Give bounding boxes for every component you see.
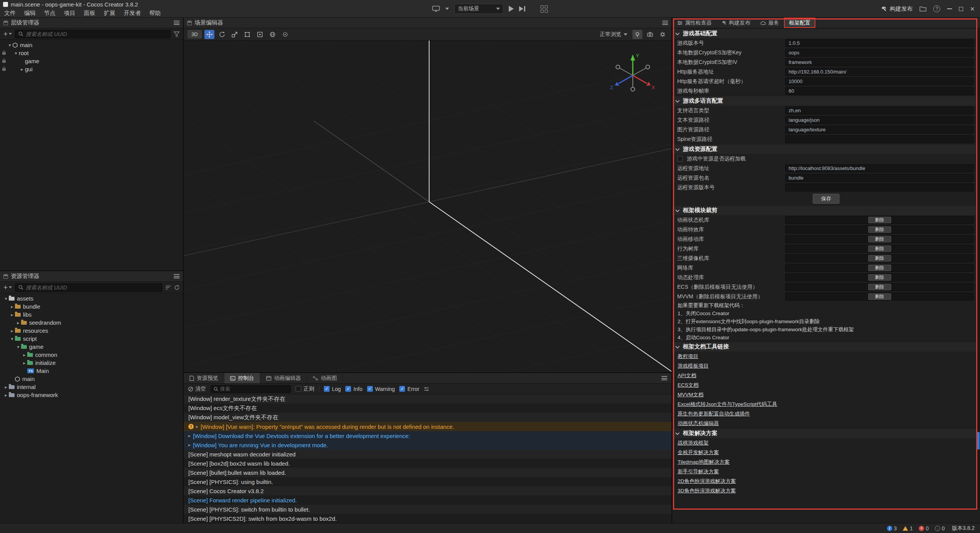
language-types-input[interactable]	[785, 106, 974, 114]
link-mvvm-docs[interactable]: MVVM文档	[672, 390, 980, 399]
expand-arrow-icon[interactable]	[21, 352, 27, 358]
tab-property-inspector[interactable]: 属性检查器	[672, 18, 717, 28]
delete-button[interactable]: 删除	[868, 245, 891, 252]
help-icon[interactable]	[933, 5, 940, 12]
hierarchy-search-input[interactable]	[26, 31, 167, 37]
info-counter[interactable]: 3	[887, 525, 897, 531]
text-path-input[interactable]	[785, 116, 974, 124]
section-game-basic[interactable]: 游戏基础配置	[672, 28, 980, 38]
info-checkbox[interactable]	[345, 386, 351, 392]
console-menu-icon[interactable]	[662, 376, 667, 380]
asset-node-main-ts[interactable]: TS Main	[0, 367, 183, 375]
section-modules[interactable]: 框架模块裁剪	[672, 205, 980, 215]
filter-log[interactable]: Log	[324, 386, 341, 392]
asset-node-internal[interactable]: internal	[0, 383, 183, 391]
regex-checkbox[interactable]	[296, 386, 301, 392]
expand-arrow-icon[interactable]	[9, 336, 15, 342]
expand-arrow-icon[interactable]	[15, 344, 21, 350]
lock-icon[interactable]	[2, 52, 6, 55]
asset-node-bundle[interactable]: bundle	[0, 302, 183, 311]
pivot-button[interactable]	[280, 30, 290, 39]
delete-button[interactable]: 删除	[868, 255, 891, 262]
filter-info[interactable]: Info	[345, 386, 362, 392]
section-solutions[interactable]: 框架解决方案	[672, 428, 980, 438]
assets-search-input[interactable]	[26, 284, 159, 291]
menu-edit[interactable]: 编辑	[20, 10, 40, 17]
scene-select[interactable]: 当前场景	[454, 4, 503, 14]
log-row[interactable]: [Scene] Cocos Creator v3.8.2	[184, 486, 671, 495]
tab-framework-config[interactable]: 框架配置	[784, 18, 815, 28]
log-row[interactable]: [Window] render_texture文件夹不存在	[184, 394, 671, 404]
image-path-input[interactable]	[785, 126, 974, 134]
delete-button[interactable]: 删除	[868, 217, 891, 223]
expand-arrow-icon[interactable]	[188, 442, 191, 448]
axis-gizmo[interactable]: Y X Z	[608, 51, 658, 100]
remote-version-input[interactable]	[785, 183, 974, 191]
asset-node-game[interactable]: game	[0, 343, 183, 351]
asset-node-libs[interactable]: libs	[0, 311, 183, 319]
log-row[interactable]: [Scene] meshopt wasm decoder initialized	[184, 450, 671, 459]
link-tiledmap-solution[interactable]: Tiledmap地图解决方案	[672, 457, 980, 467]
expand-arrow-icon[interactable]	[13, 51, 19, 56]
scrollbar-thumb[interactable]	[977, 432, 980, 450]
toggle-3d-button[interactable]: 3D	[188, 30, 202, 38]
expand-arrow-icon[interactable]	[3, 392, 9, 398]
log-row-info[interactable]: [Window] You are running Vue in developm…	[184, 440, 671, 450]
expand-arrow-icon[interactable]	[3, 296, 9, 301]
remote-url-input[interactable]	[785, 164, 974, 172]
tab-console[interactable]: 控制台	[224, 373, 260, 383]
delete-button[interactable]: 删除	[868, 284, 891, 290]
hierarchy-node-game[interactable]: game	[0, 57, 183, 65]
tab-service[interactable]: 服务	[755, 18, 784, 28]
link-api-docs[interactable]: API文档	[672, 371, 980, 380]
scale-tool-button[interactable]	[230, 30, 240, 39]
transform-gizmo-button[interactable]	[255, 30, 265, 39]
link-fullstack-solution[interactable]: 全栈开发解决方案	[672, 448, 980, 457]
link-excel-tool[interactable]: Excel格式转Json文件与TypeScript代码工具	[672, 399, 980, 409]
layout-grid-icon[interactable]	[541, 5, 548, 13]
scene-viewport[interactable]: Y X Z	[184, 41, 671, 372]
console-settings-icon[interactable]	[424, 387, 429, 391]
save-button[interactable]: 保存	[813, 194, 840, 204]
hierarchy-node-gui[interactable]: gui	[0, 65, 183, 73]
asset-node-seedrandom[interactable]: seedrandom	[0, 319, 183, 327]
expand-arrow-icon[interactable]	[15, 320, 21, 325]
link-3d-rpg-solution[interactable]: 3D角色扮演游戏解决方案	[672, 486, 980, 495]
asset-node-initialize[interactable]: initialize	[0, 359, 183, 367]
expand-arrow-icon[interactable]	[19, 67, 25, 72]
menu-help[interactable]: 帮助	[145, 10, 165, 17]
menu-node[interactable]: 节点	[40, 10, 60, 17]
asset-node-oops-framework[interactable]: oops-framework	[0, 391, 183, 399]
expand-arrow-icon[interactable]	[7, 43, 13, 48]
crypto-iv-input[interactable]	[785, 58, 974, 66]
console-log-list[interactable]: [Window] render_texture文件夹不存在 [Window] e…	[184, 394, 671, 523]
frame-rate-input[interactable]	[785, 87, 974, 95]
log-row[interactable]: [Scene] [box2d]:box2d wasm lib loaded.	[184, 459, 671, 468]
log-row[interactable]: [Scene] [PHYSICS2D]: switch from box2d-w…	[184, 514, 671, 523]
expand-arrow-icon[interactable]	[9, 328, 15, 334]
move-tool-button[interactable]	[204, 30, 214, 39]
add-node-button[interactable]	[3, 30, 12, 38]
hierarchy-menu-icon[interactable]	[174, 21, 180, 25]
expand-arrow-icon[interactable]	[9, 312, 15, 317]
log-checkbox[interactable]	[324, 386, 330, 392]
tab-build-publish[interactable]: 构建发布	[717, 18, 755, 28]
link-tutorial-project[interactable]: 教程项目	[672, 352, 980, 361]
link-ecs-docs[interactable]: ECS文档	[672, 380, 980, 390]
log-row-info[interactable]: [Scene] Forward render pipeline initiali…	[184, 495, 671, 505]
scene-light-toggle[interactable]	[632, 30, 642, 39]
console-search-input[interactable]	[220, 386, 288, 392]
log-row[interactable]: [Scene] [PHYSICS]: switch from builtin t…	[184, 505, 671, 514]
game-version-input[interactable]	[785, 39, 974, 47]
warning-counter[interactable]: 1	[903, 525, 913, 531]
link-guide-solution[interactable]: 新手引导解决方案	[672, 467, 980, 476]
asset-node-main-scene[interactable]: main	[0, 375, 183, 383]
delete-button[interactable]: 删除	[868, 293, 891, 300]
preview-caret-icon[interactable]	[445, 8, 449, 10]
tab-animation-editor[interactable]: 动画编辑器	[260, 373, 307, 383]
assets-menu-icon[interactable]	[174, 274, 180, 278]
link-wargame-framework[interactable]: 战棋游戏框架	[672, 438, 980, 448]
http-server-input[interactable]	[785, 68, 974, 76]
remote-load-checkbox[interactable]	[677, 156, 683, 162]
maximize-button[interactable]	[959, 7, 963, 11]
